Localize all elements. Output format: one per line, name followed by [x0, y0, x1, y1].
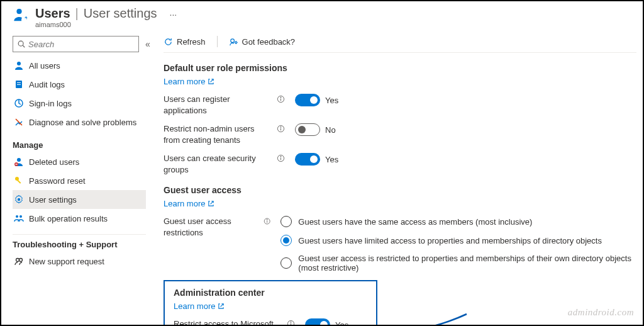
annotation-arrow-icon — [372, 308, 473, 326]
svg-rect-13 — [17, 180, 21, 184]
radio-label: Guest users have the same access as memb… — [298, 217, 532, 227]
radio-label: Guest users have limited access to prope… — [298, 236, 602, 245]
page-header: Users | User settings ··· aimams000 — [1, 1, 643, 32]
radio-icon — [280, 235, 292, 246]
radio-option-limited[interactable]: Guest users have limited access to prope… — [280, 235, 643, 246]
refresh-label: Refresh — [177, 37, 206, 47]
feedback-button[interactable]: Got feedback? — [229, 37, 296, 47]
admin-center-highlight-box: Administration center Learn more Restric… — [164, 280, 377, 326]
svg-point-2 — [18, 41, 23, 46]
svg-point-15 — [16, 215, 18, 218]
learn-more-default-perms[interactable]: Learn more — [164, 77, 214, 86]
external-link-icon — [208, 200, 214, 207]
refresh-icon — [164, 37, 173, 47]
svg-point-28 — [280, 156, 281, 157]
sidebar-item-all-users[interactable]: All users — [13, 56, 146, 75]
section-heading-admin: Administration center — [174, 288, 367, 298]
svg-point-9 — [17, 158, 21, 162]
svg-line-3 — [23, 45, 25, 47]
external-link-icon — [218, 303, 225, 310]
toggle-restrict-tenants[interactable] — [295, 123, 320, 136]
key-icon — [14, 176, 24, 186]
learn-more-guest[interactable]: Learn more — [164, 199, 214, 208]
search-icon — [17, 40, 26, 48]
svg-point-32 — [287, 321, 294, 326]
sidebar-item-label: User settings — [29, 195, 77, 205]
page-title-main: Users — [35, 6, 70, 21]
svg-point-18 — [19, 259, 23, 262]
log-icon — [14, 79, 24, 89]
toggle-security-groups[interactable] — [295, 153, 320, 166]
toolbar-separator — [217, 36, 218, 47]
sidebar-item-new-support[interactable]: New support request — [13, 252, 146, 271]
sidebar-item-label: Password reset — [29, 176, 86, 186]
learn-more-admin[interactable]: Learn more — [174, 301, 225, 311]
setting-label: Users can create security groups — [164, 153, 270, 175]
svg-point-16 — [19, 215, 22, 218]
section-heading-guest: Guest user access — [164, 185, 643, 195]
section-heading-default-perms: Default user role permissions — [164, 63, 643, 73]
sidebar-item-signin-logs[interactable]: Sign-in logs — [13, 94, 146, 113]
sidebar-item-label: Bulk operation results — [29, 214, 108, 223]
setting-restrict-admin-center: Restrict access to Microsoft Entra admin… — [174, 318, 367, 326]
svg-point-1 — [25, 18, 27, 20]
svg-point-17 — [16, 259, 19, 262]
main-content: Refresh Got feedback? Default user role … — [146, 32, 643, 323]
signin-icon — [14, 98, 24, 108]
external-link-icon — [208, 78, 214, 85]
info-icon[interactable] — [287, 320, 295, 326]
sidebar-item-label: Audit logs — [29, 80, 65, 89]
svg-point-34 — [291, 322, 291, 322]
toggle-register-apps[interactable] — [295, 94, 320, 106]
radio-option-inclusive[interactable]: Guest users have the same access as memb… — [280, 216, 643, 227]
info-icon[interactable] — [264, 217, 270, 225]
tenant-name: aimams000 — [35, 21, 177, 28]
deleted-user-icon — [14, 157, 24, 167]
sidebar: « All users Audit logs Sign-in logs Diag… — [1, 32, 146, 323]
svg-point-25 — [280, 126, 281, 127]
setting-label: Guest user access restrictions — [164, 216, 257, 238]
svg-rect-7 — [17, 84, 21, 85]
setting-label: Restrict non-admin users from creating t… — [164, 123, 270, 145]
info-icon[interactable] — [277, 154, 285, 162]
support-icon — [14, 256, 24, 266]
sidebar-item-audit-logs[interactable]: Audit logs — [13, 75, 146, 94]
sidebar-item-label: All users — [29, 61, 60, 70]
info-icon[interactable] — [277, 125, 285, 133]
command-bar: Refresh Got feedback? — [164, 36, 636, 53]
info-icon[interactable] — [277, 95, 285, 103]
radio-icon — [280, 257, 292, 269]
sidebar-item-label: Diagnose and solve problems — [29, 118, 136, 127]
setting-register-apps: Users can register applications Yes — [164, 94, 643, 116]
feedback-label: Got feedback? — [242, 37, 296, 47]
toggle-restrict-admin[interactable] — [305, 318, 330, 326]
title-separator: | — [75, 6, 79, 21]
user-icon — [14, 60, 24, 70]
svg-point-4 — [17, 62, 21, 65]
refresh-button[interactable]: Refresh — [164, 37, 206, 47]
sidebar-item-password-reset[interactable]: Password reset — [13, 171, 146, 190]
radio-icon — [280, 216, 292, 227]
sidebar-item-user-settings[interactable]: User settings — [13, 190, 146, 209]
svg-point-19 — [230, 38, 234, 42]
setting-restrict-tenants: Restrict non-admin users from creating t… — [164, 123, 643, 145]
sidebar-item-diagnose[interactable]: Diagnose and solve problems — [13, 113, 146, 132]
setting-guest-restrictions: Guest user access restrictions Guest use… — [164, 216, 643, 273]
sidebar-item-bulk-results[interactable]: Bulk operation results — [13, 209, 146, 228]
toggle-value: Yes — [335, 320, 348, 326]
sidebar-item-deleted-users[interactable]: Deleted users — [13, 152, 146, 171]
radio-option-restrictive[interactable]: Guest user access is restricted to prope… — [280, 254, 643, 273]
sidebar-section-troubleshoot: Troubleshooting + Support — [13, 234, 146, 249]
more-actions-icon[interactable]: ··· — [170, 9, 177, 20]
svg-rect-6 — [17, 82, 21, 83]
search-input[interactable] — [28, 40, 135, 49]
sidebar-section-manage: Manage — [13, 138, 146, 150]
svg-point-0 — [16, 9, 21, 14]
sidebar-item-label: Sign-in logs — [29, 99, 72, 108]
toggle-value: Yes — [325, 96, 338, 105]
svg-point-14 — [18, 198, 20, 201]
setting-label: Restrict access to Microsoft Entra admin… — [174, 318, 280, 326]
svg-point-22 — [280, 97, 281, 98]
page-title-sub: User settings — [84, 6, 157, 21]
search-input-wrapper[interactable] — [13, 36, 139, 52]
